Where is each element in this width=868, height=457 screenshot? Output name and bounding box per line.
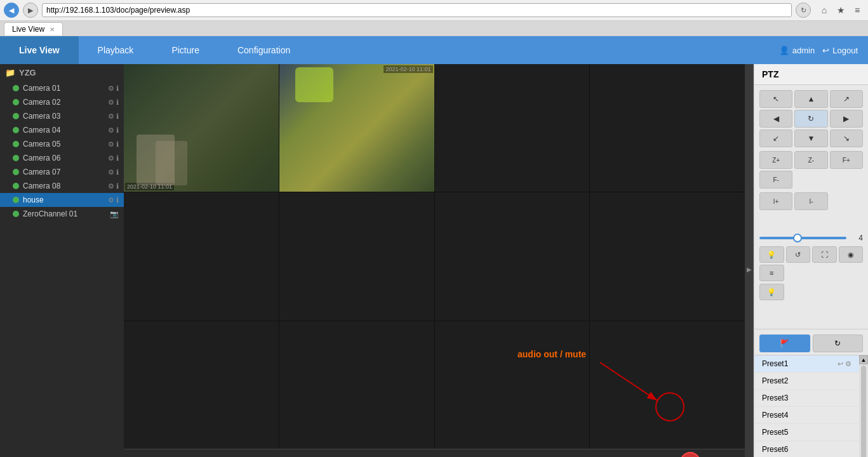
cam-config-icon[interactable]: ⚙ — [108, 140, 114, 149]
cam-config-icon[interactable]: ⚙ — [108, 154, 114, 162]
scrollbar-thumb[interactable] — [861, 366, 866, 457]
audio-mute-button[interactable]: 🔊 — [680, 452, 700, 458]
grid-layout-button[interactable]: ⊞ — [130, 453, 148, 458]
home-button[interactable]: ⌂ — [817, 3, 831, 17]
video-cell-3[interactable] — [435, 64, 590, 192]
ptz-func-extra1[interactable]: 💡 — [759, 284, 784, 300]
preset-item-3[interactable]: Preset3 — [754, 390, 859, 407]
ptz-iris-open-button[interactable]: I+ — [759, 192, 792, 210]
cam-info-icon[interactable]: ℹ — [116, 196, 119, 204]
video-cell-9[interactable] — [124, 321, 279, 449]
preset-edit-button[interactable]: ⚙ — [845, 360, 851, 368]
ptz-tab-patrol[interactable]: ↻ — [813, 334, 864, 352]
video-cell-11[interactable] — [435, 321, 590, 449]
nav-picture[interactable]: Picture — [152, 36, 218, 64]
address-bar[interactable] — [42, 3, 792, 17]
cam-config-icon[interactable]: ⚙ — [108, 112, 114, 121]
mic-button[interactable]: 🎤 — [197, 453, 215, 458]
cam-info-icon[interactable]: ℹ — [116, 168, 119, 176]
nav-configuration[interactable]: Configuration — [218, 36, 309, 64]
preset-item-1[interactable]: Preset1 ↩ ⚙ — [754, 355, 859, 373]
preset-item-2[interactable]: Preset2 — [754, 373, 859, 390]
snapshot-button[interactable]: 📷 — [566, 453, 584, 458]
ptz-up-button[interactable]: ▲ — [794, 90, 827, 108]
ptz-focus-out-button[interactable]: F- — [759, 171, 792, 189]
cam-config-icon[interactable]: ⚙ — [108, 196, 114, 204]
preset-item-4[interactable]: Preset4 — [754, 407, 859, 424]
cam-info-icon[interactable]: ℹ — [116, 84, 119, 93]
ptz-down-right-button[interactable]: ↘ — [830, 129, 863, 147]
cam-info-icon[interactable]: ℹ — [116, 140, 119, 149]
sidebar-item-camera08[interactable]: Camera 08 ⚙ ℹ — [0, 179, 124, 193]
cam-info-icon[interactable]: ℹ — [116, 98, 119, 107]
ptz-down-button[interactable]: ▼ — [794, 129, 827, 147]
ptz-left-button[interactable]: ◀ — [759, 110, 792, 128]
sidebar-item-house[interactable]: house ⚙ ℹ — [0, 193, 124, 207]
record-button[interactable]: ⏺ — [589, 453, 606, 458]
sidebar-item-camera01[interactable]: Camera 01 ⚙ ℹ — [0, 81, 124, 95]
ptz-menu-button[interactable]: ≡ — [759, 265, 784, 281]
grid-layout-dropdown[interactable]: ▾ — [149, 453, 159, 458]
ptz-zoom-out-top-button[interactable]: Z- — [794, 151, 827, 169]
cam-snapshot-icon[interactable]: 📷 — [110, 210, 119, 218]
logout-button[interactable]: ↩ Logout — [822, 46, 858, 55]
next-camera-button[interactable]: ▶ — [657, 453, 675, 458]
forward-button[interactable]: ▶ — [23, 3, 38, 18]
cam-info-icon[interactable]: ℹ — [116, 154, 119, 162]
cam-config-icon[interactable]: ⚙ — [108, 182, 114, 190]
video-cell-5[interactable] — [124, 192, 279, 320]
start-stream-button[interactable]: ▶ — [543, 453, 561, 458]
browser-tab[interactable]: Live View ✕ — [4, 22, 63, 36]
ptz-center2-button[interactable]: ◉ — [839, 246, 864, 263]
video-cell-10[interactable] — [279, 321, 434, 449]
ptz-center-button[interactable]: ↻ — [794, 110, 827, 128]
sidebar-item-camera02[interactable]: Camera 02 ⚙ ℹ — [0, 95, 124, 109]
refresh-button[interactable]: ↻ — [796, 3, 811, 18]
prev-camera-button[interactable]: ◀ — [634, 453, 652, 458]
ptz-speed-slider[interactable] — [759, 237, 846, 239]
preset-goto-button[interactable]: ↩ — [838, 360, 843, 368]
ptz-focus-in-button[interactable]: F+ — [830, 151, 863, 169]
scrollbar-up-button[interactable]: ▲ — [859, 355, 868, 364]
favorites-button[interactable]: ★ — [834, 3, 848, 17]
menu-button[interactable]: ≡ — [850, 3, 864, 17]
cam-config-icon[interactable]: ⚙ — [108, 168, 114, 176]
back-button[interactable]: ◀ — [4, 3, 19, 18]
cam-info-icon[interactable]: ℹ — [116, 182, 119, 190]
preset-item-5[interactable]: Preset5 — [754, 424, 859, 441]
tab-close-button[interactable]: ✕ — [50, 26, 55, 33]
camera-switch-button[interactable]: ⇄ — [164, 453, 182, 458]
sidebar-item-camera05[interactable]: Camera 05 ⚙ ℹ — [0, 137, 124, 151]
ptz-up-left-button[interactable]: ↖ — [759, 90, 792, 108]
ptz-tab-presets[interactable]: 🚩 — [759, 334, 810, 352]
ptz-light-button[interactable]: 💡 — [759, 246, 784, 263]
nav-live-view[interactable]: Live View — [0, 36, 79, 64]
cam-info-icon[interactable]: ℹ — [116, 112, 119, 121]
audio-dropdown[interactable]: ▾ — [705, 453, 716, 458]
ptz-zoom-in-top-button[interactable]: Z+ — [759, 151, 792, 169]
ptz-up-right-button[interactable]: ↗ — [830, 90, 863, 108]
video-cell-2[interactable]: 2021-02-10 11:01 — [279, 64, 434, 192]
video-cell-6[interactable] — [279, 192, 434, 320]
preset-item-6[interactable]: Preset6 — [754, 441, 859, 457]
video-cell-12[interactable] — [590, 321, 745, 449]
video-cell-1[interactable]: 2021-02-10 11:01 — [124, 64, 279, 192]
sidebar-collapse-button[interactable]: ▶ — [745, 64, 754, 457]
sidebar-item-camera07[interactable]: Camera 07 ⚙ ℹ — [0, 165, 124, 179]
nav-playback[interactable]: Playback — [79, 36, 153, 64]
camera-switch-dropdown[interactable]: ▾ — [182, 453, 192, 458]
sidebar-item-camera04[interactable]: Camera 04 ⚙ ℹ — [0, 123, 124, 137]
mic-dropdown[interactable]: ▾ — [216, 453, 226, 458]
sidebar-item-zerochannel[interactable]: ZeroChannel 01 📷 — [0, 207, 124, 221]
video-cell-8[interactable] — [590, 192, 745, 320]
cam-config-icon[interactable]: ⚙ — [108, 98, 114, 107]
cam-config-icon[interactable]: ⚙ — [108, 126, 114, 135]
fullscreen-button[interactable]: ⛶ — [721, 453, 738, 458]
ptz-down-left-button[interactable]: ↙ — [759, 129, 792, 147]
zoom-button[interactable]: 🔍 — [611, 453, 629, 458]
sidebar-item-camera03[interactable]: Camera 03 ⚙ ℹ — [0, 109, 124, 123]
ptz-iris-close-button[interactable]: I- — [794, 192, 827, 210]
cam-info-icon[interactable]: ℹ — [116, 126, 119, 135]
video-cell-4[interactable] — [590, 64, 745, 192]
ptz-right-button[interactable]: ▶ — [830, 110, 863, 128]
